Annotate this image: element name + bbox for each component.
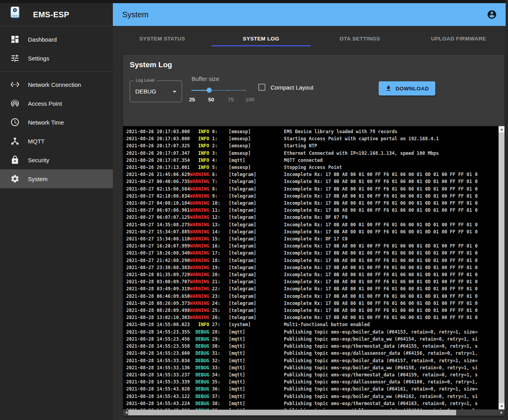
log-line: 2021-08-27 21:42:08.290WARNING 18: [tele… — [126, 257, 499, 264]
sidebar-item-label: Security — [28, 157, 49, 163]
triangle-down-icon — [500, 405, 503, 407]
sidebar: EMS-ESP DashboardSettingsNetwork Connect… — [0, 3, 113, 420]
access-point-icon — [10, 99, 20, 108]
log-line: 2021-08-27 06:07:07.125WARNING 12: [tele… — [126, 214, 499, 221]
lock-icon — [10, 155, 20, 165]
slider-mark-25[interactable]: 25 — [189, 97, 195, 103]
horizontal-scrollbar[interactable] — [123, 409, 504, 416]
account-circle-icon[interactable] — [487, 9, 497, 20]
log-box: 2021-08-26 20:17:03.000 INFO 0: [emsesp]… — [123, 126, 504, 416]
log-line: 2021-08-27 04:08:10.184WARNING 10: [tele… — [126, 200, 499, 207]
log-line: 2021-08-26 20:17:07.325 INFO 2: [emsesp]… — [126, 142, 499, 149]
brand-title: EMS-ESP — [33, 10, 69, 19]
tune-icon — [10, 53, 20, 63]
slider-marks: 255075100 — [191, 97, 250, 104]
sidebar-item-label: Network Time — [28, 119, 64, 126]
log-line: 2021-08-26 21:45:06.629WARNING 6: [teleg… — [126, 171, 499, 178]
log-line: 2021-08-27 14:35:08.275WARNING 13: [tele… — [126, 221, 499, 228]
app-shell: EMS-ESP DashboardSettingsNetwork Connect… — [0, 3, 508, 420]
buffer-size-label: Buffer size — [191, 75, 250, 82]
brand: EMS-ESP — [0, 3, 113, 26]
tab-system-status[interactable]: SYSTEM STATUS — [113, 26, 212, 51]
log-line: 2021-08-26 20:17:03.000 INFO 1: [emsesp]… — [126, 135, 499, 142]
log-line: 2021-08-28 08:28:09.498WARNING 25: [tele… — [126, 307, 499, 314]
log-line: 2021-08-28 14:55:43.122 DEBUG 37: [mqtt]… — [126, 393, 499, 400]
log-line: 2021-08-27 15:34:08.110WARNING 15: [tele… — [126, 235, 499, 242]
triangle-left-icon — [125, 411, 127, 414]
log-line: 2021-08-28 14:55:23.456 DEBUG 29: [mqtt]… — [126, 336, 499, 343]
log-line: 2021-08-28 14:55:23.660 DEBUG 31: [mqtt]… — [126, 350, 499, 357]
log-line: 2021-08-28 14:55:23.355 DEBUG 28: [mqtt]… — [126, 328, 499, 336]
buffer-size-slider[interactable] — [191, 88, 245, 93]
log-line: 2021-08-28 01:35:09.729WARNING 20: [tele… — [126, 271, 499, 278]
checkbox-icon — [258, 84, 265, 91]
sidebar-item-access-point[interactable]: Access Point — [0, 94, 113, 113]
log-line: 2021-08-27 23:38:08.383WARNING 19: [tele… — [126, 264, 499, 271]
appbar: System — [113, 3, 508, 26]
compact-layout-label: Compact Layout — [271, 84, 313, 91]
hub-icon — [10, 136, 20, 146]
sidebar-item-dashboard[interactable]: Dashboard — [0, 30, 113, 49]
clock-icon — [10, 117, 20, 127]
gear-icon — [10, 174, 20, 183]
sidebar-item-system[interactable]: System — [0, 169, 113, 188]
scroll-right-button[interactable] — [498, 409, 504, 416]
sidebar-item-label: System — [28, 176, 48, 182]
log-line: 2021-08-27 15:34:07.885WARNING 14: [tele… — [126, 228, 499, 235]
slider-tick — [245, 90, 245, 91]
log-controls: Log Level DEBUG Buffer size 255075100 — [123, 75, 504, 126]
sidebar-item-network-connection[interactable]: Network Connection — [0, 75, 113, 94]
log-line: 2021-08-28 06:46:09.650WARNING 23: [tele… — [126, 293, 499, 300]
top-strip — [0, 0, 508, 3]
download-icon — [385, 85, 392, 92]
log-line: 2021-08-28 14:55:33.237 DEBUG 34: [mqtt]… — [126, 371, 499, 378]
tab-bar: SYSTEM STATUSSYSTEM LOGOTA SETTINGSUPLOA… — [113, 26, 508, 51]
sidebar-item-network-time[interactable]: Network Time — [0, 113, 113, 132]
tab-ota-settings[interactable]: OTA SETTINGS — [311, 26, 409, 51]
card-title: System Log — [123, 55, 504, 69]
scroll-up-button[interactable] — [499, 126, 504, 132]
vertical-scrollbar-thumb[interactable] — [499, 132, 504, 403]
tab-upload-firmware[interactable]: UPLOAD FIRMWARE — [409, 26, 508, 51]
log-level-select[interactable]: Log Level DEBUG — [130, 81, 182, 102]
sidebar-item-security[interactable]: Security — [0, 150, 113, 169]
log-line: 2021-08-26 20:17:03.000 INFO 0: [emsesp]… — [126, 128, 499, 135]
slider-mark-50[interactable]: 50 — [208, 97, 214, 103]
triangle-up-icon — [500, 128, 503, 130]
sidebar-item-label: Dashboard — [28, 36, 57, 43]
download-button[interactable]: DOWNLOAD — [379, 81, 435, 95]
log-output: 2021-08-26 20:17:03.000 INFO 0: [emsesp]… — [126, 128, 499, 409]
tab-system-log[interactable]: SYSTEM LOG — [212, 26, 310, 51]
sidebar-nav: DashboardSettingsNetwork ConnectionAcces… — [0, 26, 113, 192]
horizontal-scrollbar-thumb[interactable] — [128, 410, 456, 415]
slider-mark-75[interactable]: 75 — [228, 97, 234, 103]
main-area: System SYSTEM STATUSSYSTEM LOGOTA SETTIN… — [113, 3, 508, 420]
log-line: 2021-08-26 20:17:13.001 INFO 5: [emsesp]… — [126, 164, 499, 171]
sidebar-item-label: MQTT — [28, 138, 45, 145]
scroll-down-button[interactable] — [499, 403, 504, 409]
log-line: 2021-08-28 08:26:09.373WARNING 24: [tele… — [126, 300, 499, 307]
log-line: 2021-08-27 02:15:06.584WARNING 8: [teleg… — [126, 185, 499, 193]
sidebar-group: Network ConnectionAccess PointNetwork Ti… — [0, 72, 113, 192]
download-button-label: DOWNLOAD — [396, 86, 429, 92]
slider-mark-100[interactable]: 100 — [245, 97, 254, 103]
sidebar-item-label: Access Point — [28, 100, 62, 107]
vertical-scrollbar[interactable] — [499, 126, 504, 409]
log-line: 2021-08-27 16:20:07.999WARNING 16: [tele… — [126, 242, 499, 249]
sidebar-item-mqtt[interactable]: MQTT — [0, 132, 113, 150]
compact-layout-checkbox[interactable]: Compact Layout — [258, 84, 313, 91]
log-line: 2021-08-28 03:00:09.707WARNING 21: [tele… — [126, 278, 499, 285]
log-line: 2021-08-28 14:55:43.020 DEBUG 36: [mqtt]… — [126, 385, 499, 392]
page-scrollbar-edge — [506, 0, 508, 420]
log-line: 2021-08-27 18:26:08.340WARNING 17: [tele… — [126, 249, 499, 257]
log-line: 2021-08-28 14:55:33.339 DEBUG 35: [mqtt]… — [126, 378, 499, 385]
dashboard-icon — [10, 35, 20, 44]
triangle-right-icon — [501, 411, 502, 414]
log-line: 2021-08-28 03:49:09.319WARNING 22: [tele… — [126, 285, 499, 292]
slider-thumb[interactable] — [207, 88, 212, 93]
sidebar-item-settings[interactable]: Settings — [0, 49, 113, 68]
log-line: 2021-08-28 14:55:23.558 DEBUG 30: [mqtt]… — [126, 343, 499, 350]
log-line: 2021-08-27 02:18:06.834WARNING 9: [teleg… — [126, 193, 499, 200]
log-line: 2021-08-27 06:07:06.901WARNING 11: [tele… — [126, 207, 499, 214]
system-log-card: System Log Log Level DEBUG Buffer size — [123, 55, 504, 416]
